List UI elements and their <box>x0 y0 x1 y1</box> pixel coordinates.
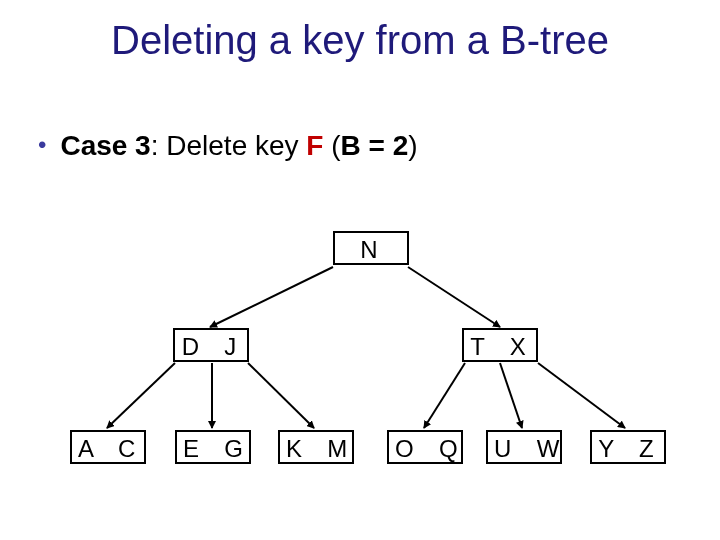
btree-leaf-0: A C <box>70 430 146 464</box>
svg-line-7 <box>538 363 625 428</box>
svg-line-0 <box>210 267 333 327</box>
slide-title: Deleting a key from a B-tree <box>0 18 720 63</box>
bullet-text-3: ) <box>408 130 417 161</box>
bullet-text-2: ( <box>323 130 340 161</box>
svg-line-1 <box>408 267 500 327</box>
btree-leaf-2: K M <box>278 430 354 464</box>
btree-internal-right: T X <box>462 328 538 362</box>
btree-root: N <box>333 231 409 265</box>
deleted-key: F <box>306 130 323 161</box>
case-label: Case 3 <box>60 130 150 161</box>
bullet-text-1: : Delete key <box>151 130 307 161</box>
svg-line-2 <box>107 363 175 428</box>
btree-leaf-5: Y Z <box>590 430 666 464</box>
bullet-case-3: • Case 3: Delete key F (B = 2) <box>38 130 418 162</box>
svg-line-4 <box>248 363 314 428</box>
svg-line-6 <box>500 363 522 428</box>
btree-leaf-3: O Q <box>387 430 463 464</box>
btree-internal-left: D J <box>173 328 249 362</box>
b-equals: B = 2 <box>341 130 409 161</box>
btree-leaf-1: E G <box>175 430 251 464</box>
svg-line-5 <box>424 363 465 428</box>
bullet-icon: • <box>38 133 46 157</box>
btree-leaf-4: U W <box>486 430 562 464</box>
